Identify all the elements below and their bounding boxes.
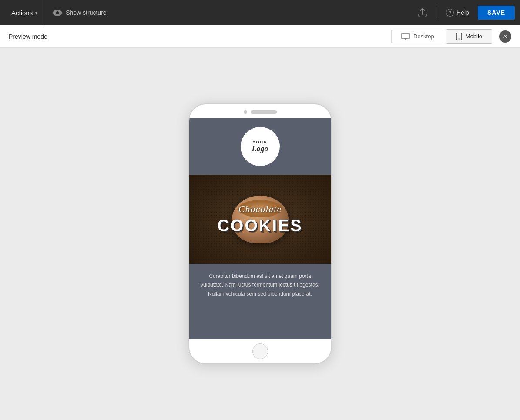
help-label: Help: [456, 9, 469, 16]
mobile-tab[interactable]: Mobile: [446, 29, 492, 44]
cookie-background: Chocolate COOKIES: [189, 175, 331, 264]
mobile-icon: [456, 33, 462, 40]
toolbar-divider: [437, 6, 437, 19]
desktop-tab-label: Desktop: [413, 33, 434, 40]
phone-content: YOUR Logo Chocolate COOKIES Curabitur bi…: [189, 118, 331, 339]
preview-bar: Preview mode Desktop Mobile ×: [0, 25, 520, 48]
canvas-area: YOUR Logo Chocolate COOKIES Curabitur bi…: [0, 48, 520, 420]
email-body-text: Curabitur bibendum est sit amet quam por…: [198, 272, 322, 298]
eye-icon: [53, 10, 62, 16]
desktop-icon: [401, 33, 410, 40]
chocolate-text: Chocolate: [238, 203, 282, 215]
logo-logo-text: Logo: [252, 144, 268, 153]
svg-point-0: [56, 11, 59, 14]
phone-speaker-bar: [251, 110, 277, 114]
phone-bottom-bar: [189, 339, 331, 363]
phone-camera-dot: [244, 110, 247, 114]
preview-tabs: Desktop Mobile: [391, 29, 492, 44]
desktop-tab[interactable]: Desktop: [391, 30, 444, 43]
svg-text:?: ?: [448, 10, 451, 16]
actions-label: Actions: [11, 9, 33, 17]
show-structure-button[interactable]: Show structure: [44, 0, 417, 25]
toolbar-right: ? Help SAVE: [417, 6, 515, 20]
toolbar: Actions ▾ Show structure ? Help SAVE: [0, 0, 520, 25]
email-image-section: Chocolate COOKIES: [189, 175, 331, 264]
logo-circle: YOUR Logo: [241, 127, 280, 166]
close-preview-button[interactable]: ×: [499, 30, 511, 43]
chevron-down-icon: ▾: [35, 10, 37, 15]
svg-rect-3: [402, 33, 409, 39]
show-structure-label: Show structure: [66, 9, 106, 16]
email-logo-section: YOUR Logo: [189, 118, 331, 175]
help-button[interactable]: ? Help: [446, 9, 469, 17]
help-icon: ?: [446, 9, 454, 17]
email-text-section: Curabitur bibendum est sit amet quam por…: [189, 264, 331, 339]
upload-button[interactable]: [417, 7, 428, 18]
logo-your-text: YOUR: [252, 140, 267, 144]
phone-top-bar: [189, 104, 331, 118]
cookie-overlay-text: Chocolate COOKIES: [189, 175, 331, 264]
phone-home-button[interactable]: [252, 343, 268, 359]
mobile-tab-label: Mobile: [466, 33, 482, 40]
cookies-text: COOKIES: [217, 217, 302, 235]
save-button[interactable]: SAVE: [478, 6, 515, 20]
upload-icon: [417, 7, 428, 18]
close-icon: ×: [503, 33, 507, 40]
actions-button[interactable]: Actions ▾: [5, 0, 44, 25]
preview-mode-label: Preview mode: [9, 33, 47, 40]
phone-mockup: YOUR Logo Chocolate COOKIES Curabitur bi…: [188, 103, 332, 364]
